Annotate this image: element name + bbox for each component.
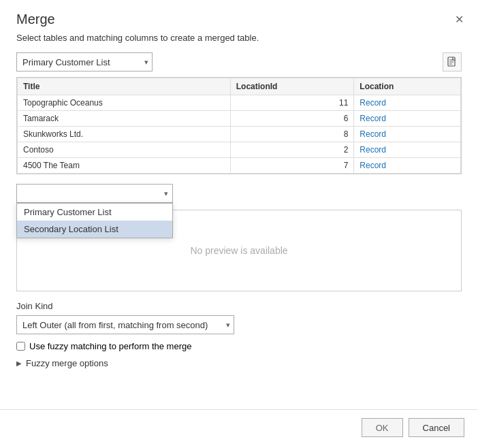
fuzzy-options-row[interactable]: ▶ Fuzzy merge options: [16, 358, 462, 368]
file-icon: [447, 57, 458, 67]
primary-dropdown-row: Primary Customer List Secondary Location…: [16, 52, 462, 71]
expand-triangle-icon: ▶: [16, 359, 22, 367]
preview-text: No preview is available: [190, 245, 287, 256]
col-locationid: LocationId: [230, 78, 354, 95]
secondary-option-primary-customer-list[interactable]: Primary Customer List: [17, 204, 172, 221]
cell-location[interactable]: Record: [354, 142, 461, 158]
secondary-section: Primary Customer List Secondary Location…: [16, 184, 462, 203]
join-kind-dropdown[interactable]: Left Outer (all from first, matching fro…: [16, 315, 234, 334]
cell-locationid: 8: [230, 127, 354, 142]
join-kind-dropdown-wrapper[interactable]: Left Outer (all from first, matching fro…: [16, 315, 234, 334]
fuzzy-checkbox-label: Use fuzzy matching to perform the merge: [29, 341, 191, 351]
join-kind-section: Join Kind Left Outer (all from first, ma…: [16, 301, 462, 334]
primary-table-dropdown[interactable]: Primary Customer List Secondary Location…: [16, 52, 153, 71]
table-row[interactable]: Tamarack 6 Record: [18, 111, 461, 127]
cell-title: Topographic Oceanus: [18, 95, 231, 111]
table-preview-icon-button[interactable]: [443, 52, 462, 71]
primary-table-container: Title LocationId Location Topographic Oc…: [16, 77, 462, 174]
cell-location[interactable]: Record: [354, 111, 461, 127]
ok-button[interactable]: OK: [362, 418, 403, 437]
cell-locationid: 11: [230, 95, 354, 111]
close-button[interactable]: ✕: [451, 11, 467, 27]
dialog-footer: OK Cancel: [0, 409, 478, 448]
subtitle: Select tables and matching columns to cr…: [16, 33, 462, 43]
secondary-dropdown-display[interactable]: [16, 184, 173, 203]
cell-title: 4500 The Team: [18, 158, 231, 174]
secondary-option-secondary-location-list[interactable]: Secondary Location List: [17, 221, 172, 238]
cell-location[interactable]: Record: [354, 127, 461, 142]
primary-dropdown-wrapper[interactable]: Primary Customer List Secondary Location…: [16, 52, 153, 71]
title-bar: Merge ✕: [0, 0, 478, 27]
cell-locationid: 7: [230, 158, 354, 174]
table-row[interactable]: Skunkworks Ltd. 8 Record: [18, 127, 461, 142]
cell-title: Skunkworks Ltd.: [18, 127, 231, 142]
cell-location[interactable]: Record: [354, 95, 461, 111]
fuzzy-checkbox-row[interactable]: Use fuzzy matching to perform the merge: [16, 341, 462, 351]
fuzzy-options-label: Fuzzy merge options: [26, 358, 108, 368]
cell-locationid: 2: [230, 142, 354, 158]
cancel-button[interactable]: Cancel: [409, 418, 464, 437]
table-row[interactable]: 4500 The Team 7 Record: [18, 158, 461, 174]
cell-location[interactable]: Record: [354, 158, 461, 174]
dialog-title: Merge: [16, 12, 55, 27]
secondary-dropdown-container[interactable]: Primary Customer List Secondary Location…: [16, 184, 173, 203]
merge-dialog: Merge ✕ Select tables and matching colum…: [0, 0, 478, 448]
table-row[interactable]: Topographic Oceanus 11 Record: [18, 95, 461, 111]
join-kind-label: Join Kind: [16, 301, 462, 311]
table-body: Topographic Oceanus 11 Record Tamarack 6…: [18, 95, 461, 174]
table-row[interactable]: Contoso 2 Record: [18, 142, 461, 158]
col-title: Title: [18, 78, 231, 95]
fuzzy-checkbox[interactable]: [16, 342, 25, 351]
cell-title: Tamarack: [18, 111, 231, 127]
secondary-dropdown-list[interactable]: Primary Customer List Secondary Location…: [16, 203, 173, 238]
col-location: Location: [354, 78, 461, 95]
table-header: Title LocationId Location: [18, 78, 461, 95]
primary-data-table: Title LocationId Location Topographic Oc…: [17, 78, 461, 174]
dialog-body: Select tables and matching columns to cr…: [0, 27, 478, 409]
cell-title: Contoso: [18, 142, 231, 158]
cell-locationid: 6: [230, 111, 354, 127]
